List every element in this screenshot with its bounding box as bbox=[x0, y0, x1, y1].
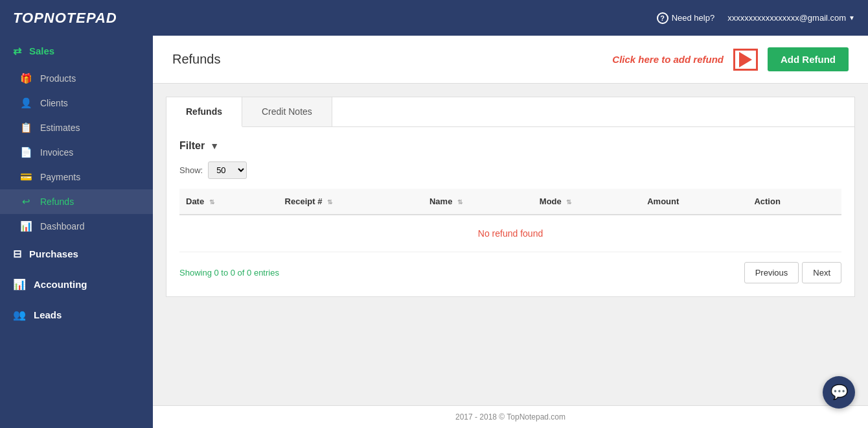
sidebar-item-payments-label: Payments bbox=[40, 172, 80, 182]
previous-button[interactable]: Previous bbox=[744, 262, 799, 283]
sidebar-item-clients-label: Clients bbox=[40, 98, 68, 108]
showing-text: Showing 0 to 0 of 0 entries bbox=[179, 268, 279, 278]
help-icon: ? bbox=[657, 12, 668, 24]
sales-icon: ⇄ bbox=[13, 45, 21, 57]
main-layout: ⇄ Sales 🎁 Products 👤 Clients 📋 Estimates… bbox=[0, 36, 868, 428]
show-section: Show: 10 25 50 100 bbox=[179, 161, 841, 179]
sidebar-item-refunds-label: Refunds bbox=[40, 196, 74, 207]
col-name: Name ⇅ bbox=[423, 189, 533, 215]
col-date: Date ⇅ bbox=[179, 189, 279, 215]
col-action: Action bbox=[748, 189, 841, 215]
clients-icon: 👤 bbox=[19, 97, 32, 109]
sidebar-item-estimates-label: Estimates bbox=[40, 123, 80, 133]
sidebar-item-dashboard-label: Dashboard bbox=[40, 221, 85, 232]
tabs-bar: Refunds Credit Notes bbox=[166, 97, 855, 126]
leads-group-icon: 👥 bbox=[13, 309, 26, 321]
sidebar-item-payments[interactable]: 💳 Payments bbox=[0, 165, 153, 189]
sidebar-item-refunds[interactable]: ↩ Refunds bbox=[0, 189, 153, 214]
invoices-icon: 📄 bbox=[19, 147, 32, 158]
leads-label: Leads bbox=[34, 309, 62, 320]
page-header: Refunds Click here to add refund Add Ref… bbox=[153, 36, 868, 84]
show-label: Show: bbox=[179, 165, 203, 175]
table-card: Filter ▼ Show: 10 25 50 100 bbox=[166, 126, 855, 297]
user-dropdown-icon: ▼ bbox=[849, 14, 855, 21]
pagination-buttons: Previous Next bbox=[744, 262, 841, 283]
purchases-label: Purchases bbox=[29, 248, 78, 259]
sidebar-group-leads[interactable]: 👥 Leads bbox=[0, 300, 153, 330]
sidebar-item-products[interactable]: 🎁 Products bbox=[0, 66, 153, 91]
sidebar-group-sales[interactable]: ⇄ Sales bbox=[0, 36, 153, 66]
sidebar-item-invoices[interactable]: 📄 Invoices bbox=[0, 140, 153, 165]
receipt-sort-icon: ⇅ bbox=[327, 198, 332, 206]
sidebar-item-invoices-label: Invoices bbox=[40, 147, 73, 158]
name-sort-icon: ⇅ bbox=[457, 198, 463, 206]
sidebar-group-accounting[interactable]: 📊 Accounting bbox=[0, 269, 153, 300]
filter-icon: ▼ bbox=[210, 141, 219, 151]
tab-refunds[interactable]: Refunds bbox=[166, 97, 242, 127]
date-sort-icon: ⇅ bbox=[209, 198, 214, 206]
add-refund-hint: Click here to add refund bbox=[612, 54, 724, 65]
arrow-hint bbox=[733, 49, 758, 71]
sidebar: ⇄ Sales 🎁 Products 👤 Clients 📋 Estimates… bbox=[0, 36, 153, 428]
filter-section: Filter ▼ bbox=[179, 140, 841, 152]
app-header: TopNotepad ? Need help? xxxxxxxxxxxxxxxx… bbox=[0, 0, 868, 36]
refunds-icon: ↩ bbox=[19, 196, 32, 208]
help-text: Need help? bbox=[672, 13, 715, 23]
main-content: Refunds Click here to add refund Add Ref… bbox=[153, 36, 868, 428]
no-data-message: No refund found bbox=[179, 215, 841, 252]
sidebar-item-products-label: Products bbox=[40, 73, 76, 84]
sales-label: Sales bbox=[29, 45, 54, 56]
products-icon: 🎁 bbox=[19, 73, 32, 84]
add-refund-button[interactable]: Add Refund bbox=[768, 47, 849, 71]
col-receipt: Receipt # ⇅ bbox=[279, 189, 423, 215]
page-content: Refunds Credit Notes Filter ▼ Show: 10 2… bbox=[153, 84, 868, 405]
estimates-icon: 📋 bbox=[19, 122, 32, 134]
user-email-menu[interactable]: xxxxxxxxxxxxxxxxx@gmail.com ▼ bbox=[727, 13, 855, 23]
sidebar-item-clients[interactable]: 👤 Clients bbox=[0, 91, 153, 115]
col-amount: Amount bbox=[641, 189, 748, 215]
sidebar-item-estimates[interactable]: 📋 Estimates bbox=[0, 115, 153, 140]
col-mode: Mode ⇅ bbox=[533, 189, 641, 215]
pagination-row: Showing 0 to 0 of 0 entries Previous Nex… bbox=[179, 262, 841, 283]
arrow-box bbox=[733, 49, 758, 71]
app-logo: TopNotepad bbox=[13, 10, 117, 27]
page-header-right: Click here to add refund Add Refund bbox=[612, 47, 849, 71]
user-email-text: xxxxxxxxxxxxxxxxx@gmail.com bbox=[727, 13, 846, 23]
arrow-right-icon bbox=[739, 52, 752, 67]
chat-icon: 💬 bbox=[830, 384, 848, 401]
chat-button[interactable]: 💬 bbox=[823, 376, 855, 409]
filter-label: Filter bbox=[179, 140, 205, 152]
refunds-table: Date ⇅ Receipt # ⇅ Name ⇅ bbox=[179, 189, 841, 252]
help-link[interactable]: ? Need help? bbox=[657, 12, 715, 24]
show-select[interactable]: 10 25 50 100 bbox=[208, 161, 247, 179]
no-data-row: No refund found bbox=[179, 215, 841, 252]
next-button[interactable]: Next bbox=[802, 262, 841, 283]
sidebar-group-purchases[interactable]: ⊟ Purchases bbox=[0, 239, 153, 269]
accounting-group-icon: 📊 bbox=[13, 278, 26, 291]
sales-items: 🎁 Products 👤 Clients 📋 Estimates 📄 Invoi… bbox=[0, 66, 153, 239]
page-title: Refunds bbox=[172, 52, 221, 67]
footer-text: 2017 - 2018 © TopNotepad.com bbox=[455, 412, 565, 422]
accounting-label: Accounting bbox=[34, 279, 87, 290]
page-footer: 2017 - 2018 © TopNotepad.com bbox=[153, 405, 868, 428]
header-right: ? Need help? xxxxxxxxxxxxxxxxx@gmail.com… bbox=[657, 12, 855, 24]
mode-sort-icon: ⇅ bbox=[566, 198, 571, 206]
sidebar-item-dashboard[interactable]: 📊 Dashboard bbox=[0, 214, 153, 239]
tab-credit-notes[interactable]: Credit Notes bbox=[242, 97, 332, 126]
purchases-group-icon: ⊟ bbox=[13, 248, 21, 260]
dashboard-icon: 📊 bbox=[19, 220, 32, 232]
payments-icon: 💳 bbox=[19, 171, 32, 183]
